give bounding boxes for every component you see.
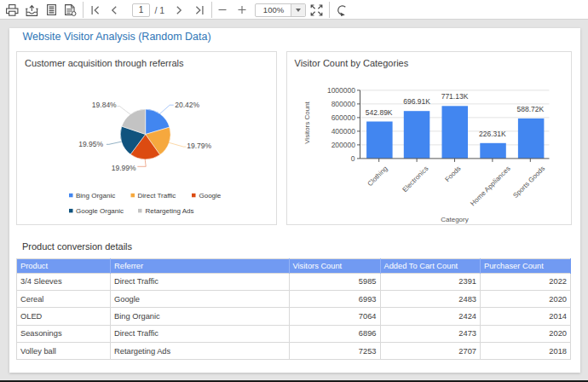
svg-text:771.13K: 771.13K bbox=[441, 92, 468, 101]
svg-text:600000: 600000 bbox=[331, 113, 355, 121]
svg-text:226.31K: 226.31K bbox=[479, 129, 506, 137]
svg-text:400000: 400000 bbox=[331, 126, 355, 135]
svg-text:Clothing: Clothing bbox=[366, 165, 389, 188]
svg-text:20.42%: 20.42% bbox=[175, 101, 199, 109]
svg-text:Electronics: Electronics bbox=[401, 165, 429, 194]
svg-text:588.72K: 588.72K bbox=[516, 104, 544, 113]
svg-text:Category: Category bbox=[441, 215, 468, 223]
svg-text:696.91K: 696.91K bbox=[403, 97, 430, 106]
svg-text:1000000: 1000000 bbox=[326, 85, 355, 94]
svg-text:800000: 800000 bbox=[331, 99, 355, 107]
svg-text:Retargeting Ads: Retargeting Ads bbox=[146, 207, 194, 215]
svg-text:0: 0 bbox=[350, 153, 355, 162]
svg-text:Home Appliances: Home Appliances bbox=[469, 165, 511, 207]
svg-text:19.99%: 19.99% bbox=[112, 163, 136, 171]
svg-text:Google Organic: Google Organic bbox=[76, 207, 124, 215]
svg-text:19.79%: 19.79% bbox=[187, 141, 211, 149]
svg-text:200000: 200000 bbox=[331, 140, 355, 148]
svg-text:Visitors Count: Visitors Count bbox=[303, 101, 310, 143]
svg-text:19.84%: 19.84% bbox=[92, 101, 117, 109]
svg-text:Foods: Foods bbox=[443, 165, 462, 183]
svg-text:19.95%: 19.95% bbox=[78, 140, 103, 148]
svg-text:Direct Traffic: Direct Traffic bbox=[138, 192, 176, 200]
svg-text:542.89K: 542.89K bbox=[365, 107, 392, 116]
svg-text:Google: Google bbox=[199, 192, 222, 200]
svg-text:Bing Organic: Bing Organic bbox=[76, 192, 115, 200]
svg-text:Sports Goods: Sports Goods bbox=[511, 165, 546, 200]
